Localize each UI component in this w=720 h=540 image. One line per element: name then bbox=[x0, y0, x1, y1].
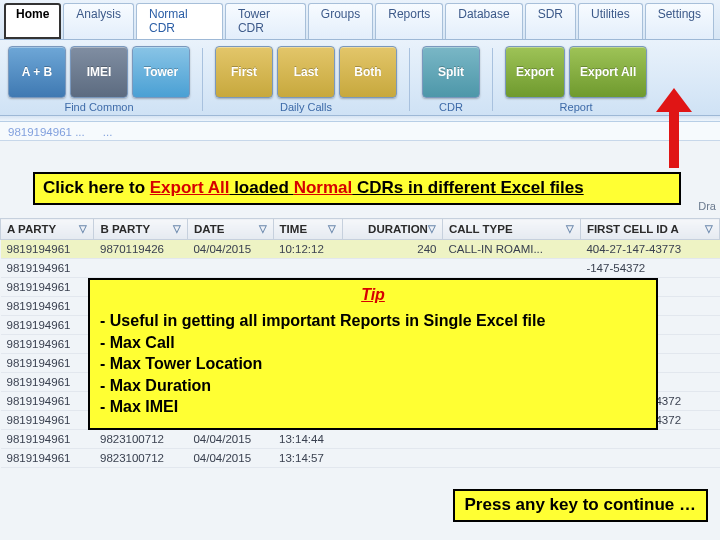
table-row[interactable]: 9819194961982310071204/04/201513:14:44 bbox=[1, 430, 720, 449]
ribbon-separator bbox=[409, 48, 410, 111]
imei-button[interactable]: IMEI bbox=[70, 46, 128, 98]
cell-a: 9819194961 bbox=[1, 392, 94, 411]
cell-b: 9870119426 bbox=[94, 240, 187, 259]
cell-a: 9819194961 bbox=[1, 278, 94, 297]
cell-d bbox=[187, 259, 273, 278]
annotation-arrow bbox=[663, 88, 685, 168]
tab-sdr[interactable]: SDR bbox=[525, 3, 576, 39]
ribbon-group-find-common: A + BIMEITowerFind Common bbox=[4, 46, 194, 113]
tab-utilities[interactable]: Utilities bbox=[578, 3, 643, 39]
callout-export-all: Click here to Export All loaded Normal C… bbox=[33, 172, 681, 205]
ribbon-group-daily-calls: FirstLastBothDaily Calls bbox=[211, 46, 401, 113]
tip-box: Tip - Useful in getting all important Re… bbox=[88, 278, 658, 430]
column-header[interactable]: CALL TYPE ▽ bbox=[442, 219, 580, 240]
cell-t: 10:12:12 bbox=[273, 240, 343, 259]
filter-icon[interactable]: ▽ bbox=[705, 223, 713, 234]
column-header[interactable]: TIME ▽ bbox=[273, 219, 343, 240]
filter-icon[interactable]: ▽ bbox=[259, 223, 267, 234]
cell-ct: CALL-IN ROAMI... bbox=[442, 240, 580, 259]
export-button[interactable]: Export bbox=[505, 46, 565, 98]
cell-cell: -147-54372 bbox=[580, 259, 719, 278]
tip-body: - Useful in getting all important Report… bbox=[100, 310, 646, 418]
cell-a: 9819194961 bbox=[1, 411, 94, 430]
cell-d: 04/04/2015 bbox=[187, 449, 273, 468]
column-header[interactable]: DURATION ▽ bbox=[343, 219, 442, 240]
column-header[interactable]: FIRST CELL ID A ▽ bbox=[580, 219, 719, 240]
a-plus-b-button[interactable]: A + B bbox=[8, 46, 66, 98]
ribbon: A + BIMEITowerFind CommonFirstLastBothDa… bbox=[0, 40, 720, 116]
cell-b: 9823100712 bbox=[94, 430, 187, 449]
split-button[interactable]: Split bbox=[422, 46, 480, 98]
cell-cell bbox=[580, 449, 719, 468]
cell-t bbox=[273, 259, 343, 278]
tab-reports[interactable]: Reports bbox=[375, 3, 443, 39]
cell-dur bbox=[343, 430, 442, 449]
filter-icon[interactable]: ▽ bbox=[79, 223, 87, 234]
tab-analysis[interactable]: Analysis bbox=[63, 3, 134, 39]
ribbon-group-label: Find Common bbox=[64, 101, 133, 113]
column-header[interactable]: B PARTY ▽ bbox=[94, 219, 187, 240]
cell-cell: 404-27-147-43773 bbox=[580, 240, 719, 259]
filter-icon[interactable]: ▽ bbox=[173, 223, 181, 234]
cell-t: 13:14:44 bbox=[273, 430, 343, 449]
ribbon-separator bbox=[202, 48, 203, 111]
tab-home[interactable]: Home bbox=[4, 3, 61, 39]
filter-icon[interactable]: ▽ bbox=[566, 223, 574, 234]
table-row[interactable]: 9819194961982310071204/04/201513:14:57 bbox=[1, 449, 720, 468]
menu-tab-bar: Home AnalysisNormal CDRTower CDRGroupsRe… bbox=[0, 0, 720, 40]
ribbon-separator bbox=[492, 48, 493, 111]
cell-d: 04/04/2015 bbox=[187, 240, 273, 259]
tab-database[interactable]: Database bbox=[445, 3, 522, 39]
cell-a: 9819194961 bbox=[1, 316, 94, 335]
column-header[interactable]: A PARTY ▽ bbox=[1, 219, 94, 240]
table-row[interactable]: 9819194961987011942604/04/201510:12:1224… bbox=[1, 240, 720, 259]
export-all-button[interactable]: Export All bbox=[569, 46, 647, 98]
last-button[interactable]: Last bbox=[277, 46, 335, 98]
cell-ct bbox=[442, 449, 580, 468]
ribbon-group-label: Report bbox=[560, 101, 593, 113]
table-row[interactable]: 9819194961-147-54372 bbox=[1, 259, 720, 278]
drag-hint: Dra bbox=[698, 200, 716, 212]
tab-tower-cdr[interactable]: Tower CDR bbox=[225, 3, 306, 39]
press-any-key[interactable]: Press any key to continue … bbox=[453, 489, 708, 522]
cell-a: 9819194961 bbox=[1, 430, 94, 449]
filter-icon[interactable]: ▽ bbox=[428, 223, 436, 234]
cell-ct bbox=[442, 259, 580, 278]
cell-b: 9823100712 bbox=[94, 449, 187, 468]
cell-b bbox=[94, 259, 187, 278]
ribbon-group-cdr: SplitCDR bbox=[418, 46, 484, 113]
ribbon-group-label: CDR bbox=[439, 101, 463, 113]
tab-normal-cdr[interactable]: Normal CDR bbox=[136, 3, 223, 39]
cell-a: 9819194961 bbox=[1, 335, 94, 354]
tab-settings[interactable]: Settings bbox=[645, 3, 714, 39]
cell-a: 9819194961 bbox=[1, 297, 94, 316]
cell-a: 9819194961 bbox=[1, 373, 94, 392]
cell-a: 9819194961 bbox=[1, 449, 94, 468]
cell-a: 9819194961 bbox=[1, 240, 94, 259]
tip-heading: Tip bbox=[100, 286, 646, 304]
cell-t: 13:14:57 bbox=[273, 449, 343, 468]
first-button[interactable]: First bbox=[215, 46, 273, 98]
tower-button[interactable]: Tower bbox=[132, 46, 190, 98]
cell-d: 04/04/2015 bbox=[187, 430, 273, 449]
ribbon-group-label: Daily Calls bbox=[280, 101, 332, 113]
cell-cell bbox=[580, 430, 719, 449]
cell-dur bbox=[343, 259, 442, 278]
cell-ct bbox=[442, 430, 580, 449]
column-header[interactable]: DATE ▽ bbox=[187, 219, 273, 240]
file-tabs: 9819194961 ...... bbox=[0, 122, 720, 141]
both-button[interactable]: Both bbox=[339, 46, 397, 98]
cell-a: 9819194961 bbox=[1, 354, 94, 373]
cell-a: 9819194961 bbox=[1, 259, 94, 278]
tab-groups[interactable]: Groups bbox=[308, 3, 373, 39]
cell-dur: 240 bbox=[343, 240, 442, 259]
cell-dur bbox=[343, 449, 442, 468]
filter-icon[interactable]: ▽ bbox=[328, 223, 336, 234]
ribbon-group-report: ExportExport AllReport bbox=[501, 46, 651, 113]
